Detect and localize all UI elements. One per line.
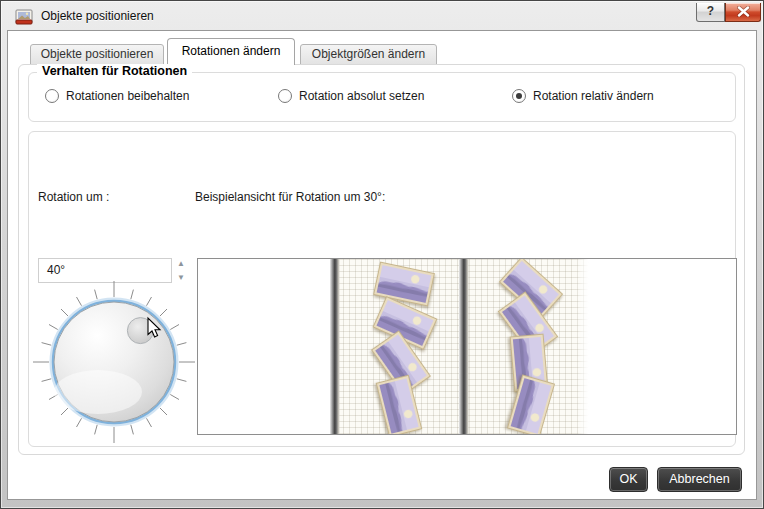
dialog-objekte-positionieren: Objekte positionieren ? Objekte position…	[0, 0, 764, 509]
radio-icon	[512, 89, 526, 103]
radio-rotation-relativ-aendern[interactable]: Rotation relativ ändern	[512, 89, 654, 103]
radio-rotation-absolut-setzen[interactable]: Rotation absolut setzen	[278, 89, 424, 103]
tab-objektgroessen-aendern[interactable]: Objektgrößen ändern	[300, 44, 437, 65]
close-button[interactable]	[725, 3, 761, 22]
close-icon	[737, 6, 750, 17]
tab-rotationen-aendern[interactable]: Rotationen ändern	[167, 38, 295, 65]
page-spine-right	[459, 259, 469, 434]
tab-label: Rotationen ändern	[182, 44, 281, 58]
tab-objekte-positionieren[interactable]: Objekte positionieren	[30, 44, 164, 65]
help-button[interactable]: ?	[696, 3, 725, 22]
group-verhalten-fuer-rotationen: Verhalten für Rotationen Rotationen beib…	[28, 72, 736, 122]
radio-label: Rotationen beibehalten	[66, 89, 189, 103]
tab-label: Objekte positionieren	[41, 47, 154, 61]
rotation-amount-label: Rotation um :	[38, 190, 109, 204]
ok-button[interactable]: OK	[609, 467, 648, 492]
preview-grid-fade	[576, 259, 590, 434]
cancel-button[interactable]: Abbrechen	[657, 467, 742, 492]
radio-icon	[45, 89, 59, 103]
radio-label: Rotation absolut setzen	[299, 89, 424, 103]
knob-gloss	[54, 370, 142, 414]
radio-label: Rotation relativ ändern	[533, 89, 654, 103]
radio-rotationen-beibehalten[interactable]: Rotationen beibehalten	[45, 89, 189, 103]
preview-canvas	[198, 259, 736, 434]
group-legend: Verhalten für Rotationen	[37, 64, 192, 78]
title-bar[interactable]: Objekte positionieren ?	[2, 2, 762, 30]
rotation-knob[interactable]	[30, 278, 198, 446]
radio-icon	[278, 89, 292, 103]
spin-up-icon[interactable]: ▲	[174, 258, 188, 269]
app-icon	[15, 8, 33, 26]
help-icon: ?	[707, 4, 714, 18]
tab-label: Objektgrößen ändern	[312, 47, 425, 61]
page-spine-left	[330, 259, 340, 434]
window-title: Objekte positionieren	[41, 9, 154, 23]
preview-caption-label: Beispielansicht für Rotation um 30°:	[195, 190, 385, 204]
rotation-preview-box	[197, 258, 737, 435]
